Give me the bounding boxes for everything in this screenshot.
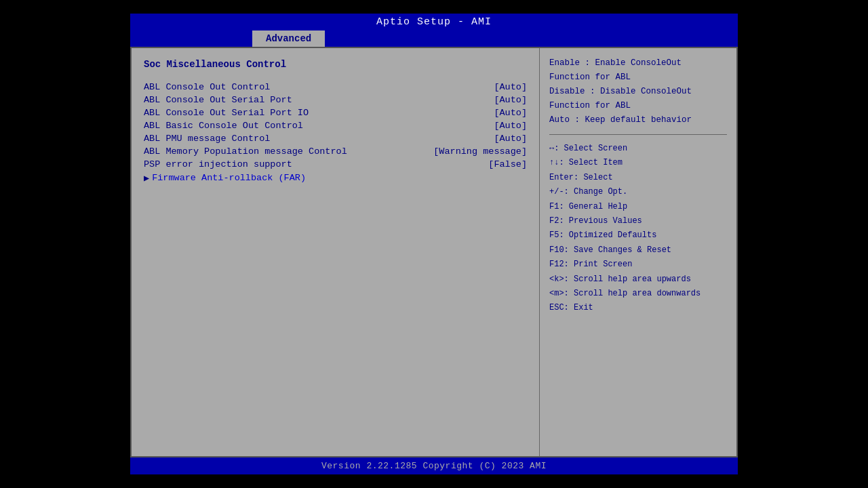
submenu-arrow-icon: ▶	[144, 172, 149, 184]
footer: Version 2.22.1285 Copyright (C) 2023 AMI	[130, 458, 738, 474]
key-help-line-6: F5: Optimized Defaults	[549, 228, 727, 242]
key-help-line-4: F1: General Help	[549, 200, 727, 214]
menu-item-1[interactable]: ABL Console Out Serial Port[Auto]	[144, 95, 527, 105]
tab-bar: Advanced	[130, 30, 738, 47]
menu-item-value-0: [Auto]	[494, 82, 527, 92]
menu-item-label-6: PSP error injection support	[144, 159, 292, 169]
title-bar: Aptio Setup - AMI	[130, 14, 738, 30]
footer-text: Version 2.22.1285 Copyright (C) 2023 AMI	[321, 461, 547, 471]
left-panel: Soc Miscellaneous Control ABL Console Ou…	[132, 48, 540, 456]
help-line-1: Function for ABL	[549, 70, 727, 84]
help-line-4: Auto : Keep default behavior	[549, 113, 727, 127]
key-help-line-11: ESC: Exit	[549, 301, 727, 314]
main-area: Soc Miscellaneous Control ABL Console Ou…	[130, 47, 738, 458]
help-line-2: Disable : Disable ConsoleOut	[549, 85, 727, 98]
menu-item-value-1: [Auto]	[494, 95, 527, 105]
menu-item-label-1: ABL Console Out Serial Port	[144, 95, 292, 105]
key-help: ↔: Select Screen↑↓: Select ItemEnter: Se…	[549, 142, 727, 316]
section-title: Soc Miscellaneous Control	[144, 59, 527, 70]
key-help-line-9: <k>: Scroll help area upwards	[549, 272, 727, 286]
key-help-line-2: Enter: Select	[549, 171, 727, 184]
menu-item-value-2: [Auto]	[494, 108, 527, 118]
help-line-3: Function for ABL	[549, 99, 727, 113]
menu-item-value-3: [Auto]	[494, 121, 527, 131]
menu-items-list: ABL Console Out Control[Auto]ABL Console…	[144, 82, 527, 169]
help-text: Enable : Enable ConsoleOutFunction for A…	[549, 56, 727, 127]
menu-item-label-4: ABL PMU message Control	[144, 134, 270, 144]
menu-item-label-2: ABL Console Out Serial Port IO	[144, 108, 309, 118]
key-help-line-3: +/-: Change Opt.	[549, 185, 727, 199]
key-help-line-7: F10: Save Changes & Reset	[549, 243, 727, 257]
key-help-line-10: <m>: Scroll help area downwards	[549, 287, 727, 300]
menu-item-3[interactable]: ABL Basic Console Out Control[Auto]	[144, 121, 527, 131]
menu-item-4[interactable]: ABL PMU message Control[Auto]	[144, 134, 527, 144]
help-line-0: Enable : Enable ConsoleOut	[549, 56, 727, 70]
menu-item-5[interactable]: ABL Memory Population message Control[Wa…	[144, 146, 527, 157]
menu-item-value-4: [Auto]	[494, 134, 527, 144]
menu-item-0[interactable]: ABL Console Out Control[Auto]	[144, 82, 527, 92]
submenu-item-label-0: Firmware Anti-rollback (FAR)	[152, 173, 306, 183]
menu-item-value-6: [False]	[488, 159, 527, 169]
menu-item-label-3: ABL Basic Console Out Control	[144, 121, 303, 131]
key-help-line-1: ↑↓: Select Item	[549, 156, 727, 169]
menu-item-label-0: ABL Console Out Control	[144, 82, 270, 92]
submenu-items-list: ▶Firmware Anti-rollback (FAR)	[144, 172, 527, 184]
right-panel: Enable : Enable ConsoleOutFunction for A…	[540, 48, 736, 456]
tab-advanced[interactable]: Advanced	[252, 30, 325, 47]
menu-item-label-5: ABL Memory Population message Control	[144, 146, 347, 157]
key-help-line-0: ↔: Select Screen	[549, 142, 727, 155]
menu-item-2[interactable]: ABL Console Out Serial Port IO[Auto]	[144, 108, 527, 118]
key-help-line-8: F12: Print Screen	[549, 258, 727, 271]
app-title: Aptio Setup - AMI	[376, 16, 492, 28]
divider	[549, 134, 727, 135]
submenu-item-0[interactable]: ▶Firmware Anti-rollback (FAR)	[144, 172, 527, 184]
menu-item-6[interactable]: PSP error injection support[False]	[144, 159, 527, 169]
key-help-line-5: F2: Previous Values	[549, 214, 727, 228]
menu-item-value-5: [Warning message]	[433, 146, 527, 157]
